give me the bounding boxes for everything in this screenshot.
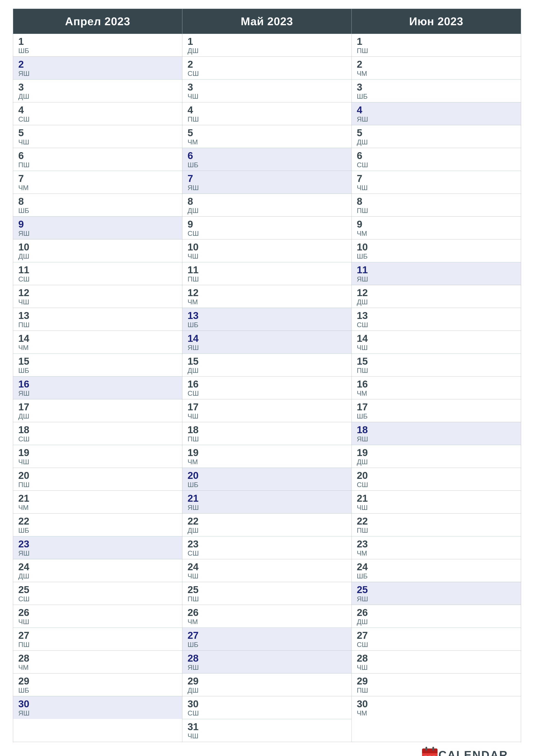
day-row[interactable]: 9ЧМ [352,217,521,239]
day-row[interactable]: 11ПШ [182,262,351,285]
day-row[interactable]: 9СШ [182,217,351,239]
day-row[interactable]: 3ШБ [352,80,521,102]
day-row[interactable]: 27ШБ [182,628,351,651]
day-row[interactable]: 5ЧШ [13,125,182,148]
day-row[interactable]: 8ШБ [13,194,182,217]
day-label: ДШ [18,572,177,580]
day-label: ЧМ [357,709,516,717]
day-row[interactable]: 14ЧМ [13,331,182,354]
day-row[interactable]: 20ПШ [13,468,182,491]
day-row[interactable]: 4СШ [13,102,182,125]
day-row[interactable]: 22ДШ [182,514,351,536]
day-row[interactable]: 14ЯШ [182,331,351,354]
day-row[interactable]: 25ПШ [182,582,351,605]
day-row[interactable]: 2СШ [182,57,351,80]
day-row[interactable]: 6СШ [352,148,521,171]
day-row[interactable]: 29ДШ [182,673,351,696]
day-row[interactable]: 30ЧМ [352,696,521,719]
day-row[interactable]: 30СШ [182,696,351,719]
day-row[interactable]: 24ЧШ [182,559,351,582]
day-row[interactable]: 5ЧМ [182,125,351,148]
day-row[interactable]: 7ЯШ [182,171,351,194]
day-row[interactable]: 11ЯШ [352,262,521,285]
day-row[interactable]: 27СШ [352,628,521,651]
day-row[interactable]: 5ДШ [352,125,521,148]
day-row[interactable]: 7ЧМ [13,171,182,194]
day-row[interactable]: 14ЧШ [352,331,521,354]
day-row[interactable]: 16ЯШ [13,376,182,399]
day-row[interactable]: 8ПШ [352,194,521,217]
day-row[interactable]: 24ШБ [352,559,521,582]
day-number: 18 [18,425,177,435]
day-row[interactable]: 21ЯШ [182,491,351,514]
day-row[interactable]: 25ЯШ [352,582,521,605]
day-row[interactable]: 10ШБ [352,239,521,262]
day-row[interactable]: 13СШ [352,308,521,331]
day-row[interactable]: 26ЧМ [182,605,351,628]
day-row[interactable]: 12ЧШ [13,285,182,308]
day-row[interactable]: 23СШ [182,536,351,559]
day-row[interactable]: 31ЧШ [182,719,351,742]
day-row[interactable]: 26ЧШ [13,605,182,628]
day-row[interactable]: 8ДШ [182,194,351,217]
day-row[interactable]: 15ПШ [352,354,521,376]
day-row[interactable]: 28ЧШ [352,651,521,673]
day-row[interactable]: 13ШБ [182,308,351,331]
day-row[interactable]: 13ПШ [13,308,182,331]
day-row[interactable]: 2ЧМ [352,57,521,80]
day-row[interactable]: 4ПШ [182,102,351,125]
day-row[interactable]: 1ШБ [13,34,182,57]
day-row[interactable]: 24ДШ [13,559,182,582]
day-row[interactable]: 27ПШ [13,628,182,651]
day-row[interactable]: 10ДШ [13,239,182,262]
day-row[interactable]: 17ШБ [352,399,521,422]
day-row[interactable]: 23ЯШ [13,536,182,559]
day-row[interactable]: 12ДШ [352,285,521,308]
day-row[interactable]: 4ЯШ [352,102,521,125]
day-row[interactable]: 18СШ [13,422,182,445]
day-row[interactable]: 15ШБ [13,354,182,376]
day-row[interactable]: 7ЧШ [352,171,521,194]
day-row[interactable]: 18ЯШ [352,422,521,445]
day-row[interactable]: 21ЧМ [13,491,182,514]
day-row[interactable]: 3ДШ [13,80,182,102]
day-label: ДШ [188,366,346,375]
day-row[interactable]: 17ДШ [13,399,182,422]
day-row[interactable]: 30ЯШ [13,696,182,719]
day-row[interactable]: 10ЧШ [182,239,351,262]
day-row[interactable]: 22ШБ [13,514,182,536]
day-row[interactable]: 16СШ [182,376,351,399]
day-row[interactable]: 19ЧМ [182,445,351,468]
day-row[interactable]: 26ДШ [352,605,521,628]
day-label: ЧМ [18,344,177,352]
day-row[interactable]: 1ДШ [182,34,351,57]
day-row[interactable]: 15ДШ [182,354,351,376]
day-row[interactable]: 29ПШ [352,673,521,696]
day-row[interactable]: 9ЯШ [13,217,182,239]
day-row[interactable]: 1ПШ [352,34,521,57]
day-row[interactable]: 3ЧШ [182,80,351,102]
day-row[interactable]: 29ШБ [13,673,182,696]
day-row[interactable]: 20СШ [352,468,521,491]
day-row[interactable]: 25СШ [13,582,182,605]
day-label: ПШ [188,595,346,603]
day-row[interactable]: 23ЧМ [352,536,521,559]
day-label: ЯШ [188,504,346,512]
day-row[interactable]: 28ЧМ [13,651,182,673]
day-row[interactable]: 28ЯШ [182,651,351,673]
day-row[interactable]: 12ЧМ [182,285,351,308]
day-row[interactable]: 2ЯШ [13,57,182,80]
day-row[interactable]: 6ПШ [13,148,182,171]
day-row[interactable]: 17ЧШ [182,399,351,422]
day-row[interactable]: 19ЧШ [13,445,182,468]
day-row[interactable]: 22ПШ [352,514,521,536]
day-row[interactable]: 21ЧШ [352,491,521,514]
day-row[interactable]: 6ШБ [182,148,351,171]
day-row[interactable]: 11СШ [13,262,182,285]
day-label: СШ [357,321,516,329]
day-row[interactable]: 20ШБ [182,468,351,491]
day-row[interactable]: 18ПШ [182,422,351,445]
day-row[interactable]: 16ЧМ [352,376,521,399]
day-number: 5 [18,128,177,138]
day-row[interactable]: 19ДШ [352,445,521,468]
